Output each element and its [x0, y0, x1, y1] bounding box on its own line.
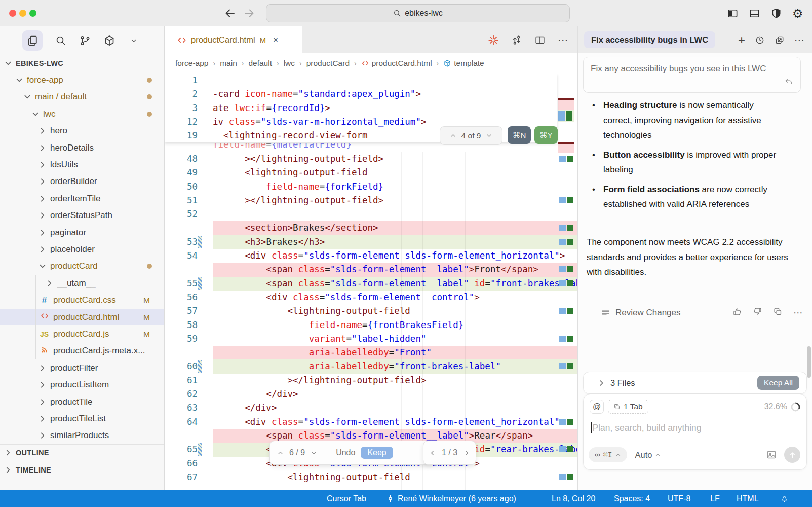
code-line-53[interactable]: 53 <h3>Brakes</h3>: [165, 235, 577, 249]
response-more-icon[interactable]: ⋯: [793, 307, 803, 318]
close-window-button[interactable]: [9, 10, 16, 17]
tree-item-lwc[interactable]: lwc: [0, 105, 164, 122]
toggle-panel-icon[interactable]: [749, 8, 760, 19]
copy-response-icon[interactable]: [773, 307, 783, 316]
next-diff-icon[interactable]: [486, 132, 492, 139]
chat-scrollbar[interactable]: [807, 346, 811, 378]
activity-chevron-down-icon[interactable]: [128, 34, 140, 47]
status-spaces-4[interactable]: Spaces: 4: [614, 490, 650, 507]
prev-diff-icon[interactable]: [450, 132, 456, 139]
minimize-window-button[interactable]: [19, 10, 26, 17]
status-html[interactable]: HTML: [737, 490, 759, 507]
deleted-line[interactable]: <span class="slds-form-element__label">F…: [165, 263, 577, 276]
model-selector[interactable]: Auto: [635, 450, 661, 460]
tab-close-icon[interactable]: ×: [273, 35, 278, 45]
breadcrumb-template[interactable]: template: [443, 59, 484, 68]
back-icon[interactable]: [224, 7, 236, 19]
code-line-56[interactable]: 56 <div class="slds-form-element__contro…: [165, 291, 577, 304]
section-outline[interactable]: OUTLINE: [0, 444, 164, 461]
keep-button[interactable]: Keep: [361, 447, 393, 459]
code-line-54[interactable]: 54 <div class="slds-form-element slds-fo…: [165, 249, 577, 263]
command-search-input[interactable]: ebikes-lwc: [266, 4, 570, 22]
tree-item-orderitemtile[interactable]: orderItemTile: [0, 190, 164, 207]
review-changes-label[interactable]: Review Changes: [615, 308, 681, 318]
activity-source-control-icon[interactable]: [79, 34, 91, 47]
tree-item-orderstatuspath[interactable]: orderStatusPath: [0, 207, 164, 224]
tree-item-ldsutils[interactable]: ldsUtils: [0, 156, 164, 173]
file-pager-widget[interactable]: 1 / 3: [423, 441, 476, 465]
zoom-window-button[interactable]: [29, 10, 36, 17]
settings-gear-icon[interactable]: ⚙: [792, 8, 804, 19]
tree-item-orderbuilder[interactable]: orderBuilder: [0, 173, 164, 190]
thumbs-up-icon[interactable]: [732, 307, 742, 316]
context-tab-chip[interactable]: 1 Tab: [608, 400, 648, 414]
restore-checkpoint-icon[interactable]: [784, 77, 793, 86]
tree-root[interactable]: EBIKES-LWC: [0, 55, 164, 71]
code-line-51[interactable]: 51 ></lightning-output-field>: [165, 194, 577, 207]
keep-all-button[interactable]: Keep All: [757, 376, 799, 390]
tree-item-placeholder[interactable]: placeholder: [0, 241, 164, 258]
status-utf-8[interactable]: UTF-8: [668, 490, 690, 507]
compare-icon[interactable]: [511, 34, 522, 46]
chat-tab[interactable]: Fix accessibility bugs in LWC: [584, 31, 715, 48]
privacy-shield-icon[interactable]: [770, 8, 782, 19]
agent-mode-selector[interactable]: ∞ ⌘I: [589, 447, 627, 462]
sticky-line-1[interactable]: 1: [165, 74, 557, 87]
thumbs-down-icon[interactable]: [753, 307, 762, 316]
status-cursor-tab[interactable]: Cursor Tab: [327, 490, 366, 507]
status-ren-winkelmeyer-6-years-ago-[interactable]: René Winkelmeyer (6 years ago): [386, 490, 516, 507]
activity-files-icon[interactable]: [22, 30, 43, 51]
section-timeline[interactable]: TIMELINE: [0, 461, 164, 478]
open-in-editor-icon[interactable]: [775, 35, 785, 45]
deleted-line[interactable]: <section>Brakes</section>: [165, 221, 577, 235]
code-line-49[interactable]: 49 <lightning-output-field: [165, 166, 577, 179]
breadcrumb-main[interactable]: main: [220, 59, 237, 68]
sticky-line-3[interactable]: 3ate lwc:if={recordId}>: [165, 101, 557, 115]
undo-button[interactable]: Undo: [336, 448, 355, 457]
tree-item-herodetails[interactable]: heroDetails: [0, 139, 164, 156]
chat-input[interactable]: Plan, search, build anything: [591, 422, 702, 433]
activity-search-icon[interactable]: [55, 34, 67, 47]
history-icon[interactable]: [755, 35, 765, 45]
forward-icon[interactable]: [243, 7, 255, 19]
tree-item-paginator[interactable]: paginator: [0, 224, 164, 241]
code-line-60[interactable]: 60 aria-labelledby="front-brakes-label": [165, 359, 577, 373]
attach-image-icon[interactable]: [766, 449, 777, 460]
diff-nav-widget[interactable]: 4 of 9: [440, 126, 502, 145]
code-line-67[interactable]: 67 <lightning-output-field: [165, 470, 577, 484]
toggle-sidebar-icon[interactable]: [727, 8, 739, 19]
breadcrumb-force-app[interactable]: force-app: [175, 59, 208, 68]
tree-item-producttile[interactable]: productTile: [0, 393, 164, 410]
user-message[interactable]: Fix any accessibility bugs you see in th…: [583, 57, 801, 93]
activity-extensions-icon[interactable]: [103, 34, 115, 47]
tree-item-productlistitem[interactable]: productListItem: [0, 376, 164, 393]
tree-item--utam-[interactable]: __utam__: [0, 275, 164, 292]
status-ln-8-col-20[interactable]: Ln 8, Col 20: [552, 490, 595, 507]
tree-item-productcard-css[interactable]: #productCard.cssM: [0, 292, 164, 308]
sticky-line-2[interactable]: 2-card icon-name="standard:apex_plugin">: [165, 87, 557, 101]
code-line-58[interactable]: 58 field-name={frontBrakesField}: [165, 318, 577, 332]
code-line-61[interactable]: 61 ></lightning-output-field>: [165, 374, 577, 387]
tab-productCard-html[interactable]: productCard.html M ×: [165, 26, 302, 53]
status-bell[interactable]: [780, 490, 789, 507]
split-icon[interactable]: [534, 34, 546, 46]
tree-item-similarproducts[interactable]: similarProducts: [0, 427, 164, 444]
code-line-64[interactable]: 64 <div class="slds-form-element slds-fo…: [165, 415, 577, 429]
cursor-ai-icon[interactable]: [488, 34, 499, 46]
code-line-63[interactable]: 63 </div>: [165, 401, 577, 415]
new-chat-button[interactable]: +: [738, 33, 745, 47]
tree-item-productcard-js-meta-x-[interactable]: productCard.js-meta.x...: [0, 343, 164, 359]
breadcrumb-productcard[interactable]: productCard: [306, 59, 350, 68]
status-lf[interactable]: LF: [710, 490, 720, 507]
next-change-icon[interactable]: [311, 450, 317, 456]
more-options-icon[interactable]: ⋯: [794, 34, 805, 46]
tree-item-force-app[interactable]: force-app: [0, 71, 164, 88]
code-line-57[interactable]: 57 <lightning-output-field: [165, 304, 577, 318]
breadcrumb-lwc[interactable]: lwc: [284, 59, 295, 68]
prev-file-icon[interactable]: [429, 450, 436, 456]
deleted-line[interactable]: aria-labelledby="Front": [165, 346, 577, 359]
send-button[interactable]: [784, 447, 800, 463]
code-area[interactable]: 48 ></lightning-output-field>49 <lightni…: [165, 74, 577, 490]
tree-item-main-default[interactable]: main / default: [0, 89, 164, 105]
breadcrumb-default[interactable]: default: [248, 59, 272, 68]
